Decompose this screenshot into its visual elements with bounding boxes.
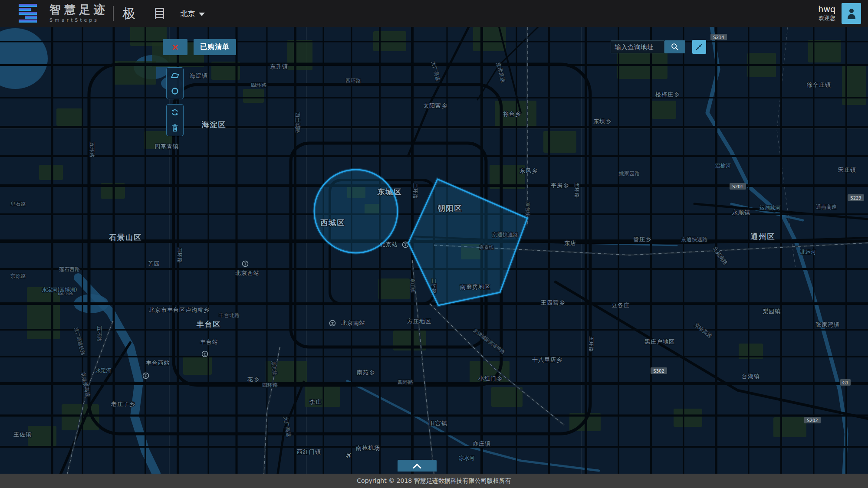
svg-text:海淀区: 海淀区 bbox=[201, 120, 227, 129]
footer: Copyright © 2018 智慧足迹数据科技有限公司版权所有 bbox=[0, 474, 868, 488]
svg-text:四环路: 四环路 bbox=[345, 78, 361, 84]
svg-text:豆各庄: 豆各庄 bbox=[612, 302, 630, 308]
person-icon bbox=[846, 7, 857, 20]
svg-text:阜石路: 阜石路 bbox=[10, 201, 26, 207]
svg-text:徐辛庄镇: 徐辛庄镇 bbox=[807, 82, 831, 88]
svg-text:北运河: 北运河 bbox=[800, 249, 816, 255]
svg-text:京通快速路: 京通快速路 bbox=[681, 236, 707, 242]
svg-text:S201: S201 bbox=[732, 184, 743, 189]
draw-circle-button[interactable] bbox=[167, 83, 183, 99]
svg-text:东风乡: 东风乡 bbox=[519, 167, 538, 174]
svg-text:运潮减河: 运潮减河 bbox=[760, 205, 780, 211]
svg-text:南苑机场: 南苑机场 bbox=[356, 445, 380, 451]
map-canvas[interactable]: 海淀区石景山区西城区东城区朝阳区丰台区通州区海淀镇东升镇四季青镇太阳宫乡将台乡东… bbox=[0, 0, 868, 488]
svg-text:平房乡: 平房乡 bbox=[551, 182, 569, 189]
svg-text:京原路: 京原路 bbox=[10, 273, 26, 279]
svg-text:黑庄户地区: 黑庄户地区 bbox=[644, 338, 675, 345]
bottom-panel-toggle[interactable] bbox=[398, 460, 437, 472]
draw-tools-group bbox=[166, 67, 184, 99]
search-input[interactable] bbox=[611, 40, 664, 53]
svg-text:王四营乡: 王四营乡 bbox=[541, 299, 565, 306]
svg-text:西土城路: 西土城路 bbox=[295, 112, 301, 133]
map-topbar-right bbox=[611, 40, 706, 54]
svg-text:G1: G1 bbox=[842, 380, 848, 385]
svg-text:海淀镇: 海淀镇 bbox=[190, 72, 208, 79]
city-selector[interactable]: 北京 bbox=[181, 9, 205, 19]
brand-divider bbox=[113, 6, 114, 21]
brand-subtitle: SmartSteps bbox=[49, 17, 108, 23]
svg-text:通州区: 通州区 bbox=[750, 232, 776, 241]
svg-text:四环路: 四环路 bbox=[398, 379, 413, 385]
svg-text:梨园镇: 梨园镇 bbox=[763, 308, 781, 314]
svg-text:永定河: 永定河 bbox=[95, 367, 111, 373]
svg-text:丰台北路: 丰台北路 bbox=[219, 312, 240, 318]
svg-text:S302: S302 bbox=[653, 369, 664, 373]
svg-text:五环路: 五环路 bbox=[89, 142, 95, 157]
user-avatar[interactable] bbox=[842, 3, 861, 24]
svg-text:京通快速路: 京通快速路 bbox=[492, 232, 518, 238]
svg-text:丰台站: 丰台站 bbox=[200, 339, 218, 345]
refresh-icon bbox=[170, 108, 180, 117]
svg-text:南磨房地区: 南磨房地区 bbox=[460, 284, 490, 290]
svg-text:四环路: 四环路 bbox=[262, 382, 278, 388]
compress-arrows-icon bbox=[695, 42, 704, 52]
svg-text:小红门乡: 小红门乡 bbox=[478, 375, 503, 382]
svg-text:十八里店乡: 十八里店乡 bbox=[532, 357, 562, 363]
city-label: 北京 bbox=[181, 9, 195, 19]
draw-polygon-button[interactable] bbox=[167, 68, 183, 83]
draw-toolbar bbox=[166, 67, 184, 141]
svg-text:通燕高速: 通燕高速 bbox=[816, 204, 837, 210]
refresh-button[interactable] bbox=[167, 105, 183, 120]
polygon-icon bbox=[170, 71, 180, 80]
svg-text:二环路: 二环路 bbox=[412, 183, 418, 199]
circle-icon bbox=[170, 86, 180, 96]
trash-icon bbox=[170, 123, 180, 133]
svg-text:S202: S202 bbox=[807, 418, 818, 423]
close-icon: × bbox=[172, 42, 178, 52]
svg-text:芳园: 芳园 bbox=[148, 260, 160, 267]
edit-tools-group bbox=[166, 104, 184, 136]
brand-title: 智慧足迹 bbox=[49, 4, 108, 16]
svg-text:四季青镇: 四季青镇 bbox=[155, 143, 179, 150]
svg-text:姚家园路: 姚家园路 bbox=[618, 170, 640, 177]
svg-text:永定河(园博湖): 永定河(园博湖) bbox=[42, 287, 77, 293]
user-name: hwq bbox=[818, 5, 835, 14]
svg-text:丰台西站: 丰台西站 bbox=[146, 360, 170, 366]
svg-text:石景山区: 石景山区 bbox=[108, 233, 142, 242]
collapse-panel-button[interactable] bbox=[692, 40, 706, 54]
svg-text:京包线: 京包线 bbox=[525, 202, 530, 216]
purchased-list-button[interactable]: 已购清单 bbox=[194, 39, 236, 55]
svg-text:东店: 东店 bbox=[564, 240, 576, 246]
svg-text:凉水河: 凉水河 bbox=[459, 455, 474, 461]
svg-text:张家湾镇: 张家湾镇 bbox=[815, 321, 840, 328]
svg-text:楼梓庄乡: 楼梓庄乡 bbox=[655, 91, 680, 98]
svg-text:李庄: 李庄 bbox=[309, 399, 322, 405]
svg-text:将台乡: 将台乡 bbox=[503, 111, 521, 117]
chevron-up-icon bbox=[409, 462, 425, 470]
brand-block: 智慧足迹 SmartSteps bbox=[49, 4, 108, 23]
delete-shapes-button[interactable] bbox=[167, 120, 183, 136]
copyright-text: Copyright © 2018 智慧足迹数据科技有限公司版权所有 bbox=[357, 477, 511, 485]
svg-text:南苑乡: 南苑乡 bbox=[357, 369, 375, 376]
search-button[interactable] bbox=[664, 40, 685, 53]
svg-text:亦庄镇: 亦庄镇 bbox=[473, 440, 491, 447]
svg-text:五环路: 五环路 bbox=[588, 336, 594, 352]
svg-text:老庄子乡: 老庄子乡 bbox=[111, 401, 135, 407]
svg-text:京山线: 京山线 bbox=[410, 278, 415, 293]
svg-text:五环路: 五环路 bbox=[96, 326, 102, 341]
close-selection-button[interactable]: × bbox=[163, 39, 187, 55]
svg-text:北京西站: 北京西站 bbox=[235, 270, 260, 276]
svg-text:北京市丰台区卢沟桥乡: 北京市丰台区卢沟桥乡 bbox=[149, 307, 210, 313]
svg-text:温榆河: 温榆河 bbox=[715, 163, 731, 169]
product-name: 极 目 bbox=[122, 5, 174, 23]
svg-text:京秦线: 京秦线 bbox=[480, 245, 494, 250]
svg-text:东坝乡: 东坝乡 bbox=[593, 118, 612, 124]
svg-text:东升镇: 东升镇 bbox=[270, 63, 288, 70]
caret-down-icon bbox=[199, 13, 205, 16]
svg-text:丰台区: 丰台区 bbox=[197, 320, 221, 328]
svg-text:花乡: 花乡 bbox=[247, 376, 260, 383]
svg-text:宋庄镇: 宋庄镇 bbox=[838, 167, 856, 173]
svg-text:太阳宫乡: 太阳宫乡 bbox=[423, 102, 447, 109]
svg-text:西城区: 西城区 bbox=[320, 218, 345, 227]
app-window: 海淀区石景山区西城区东城区朝阳区丰台区通州区海淀镇东升镇四季青镇太阳宫乡将台乡东… bbox=[0, 0, 868, 488]
